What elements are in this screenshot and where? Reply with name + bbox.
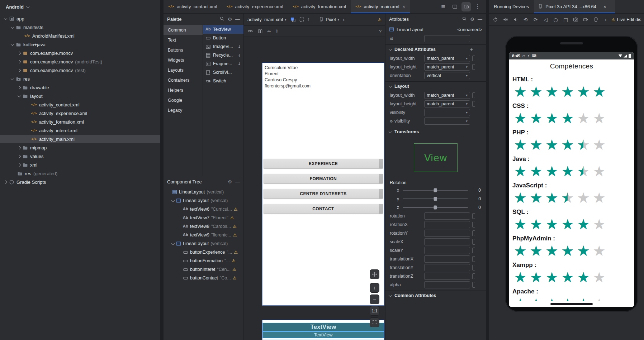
attribute-input-rotationx[interactable] <box>424 221 470 228</box>
component-tree-item-textview9[interactable]: AbtextView9"florentc...⚠ <box>164 231 243 239</box>
rating-bar[interactable]: ★★★★★★★★★★★★ <box>512 269 608 285</box>
rating-bar[interactable]: ★★★★★★★★★★★★ <box>512 190 608 206</box>
pick-resource-button[interactable] <box>472 273 475 279</box>
component-tree-item-textview7[interactable]: AbtextView7"Florent"⚠ <box>164 214 243 222</box>
tree-item-activity-formation-xml[interactable]: </>activity_formation.xml <box>0 118 160 126</box>
palette-category-google[interactable]: Google <box>164 95 203 105</box>
palette-category-containers[interactable]: Containers <box>164 75 203 85</box>
tab-activity-experience-xml[interactable]: </>activity_experience.xml <box>222 0 288 13</box>
rating-bar[interactable]: ★★★★★★★★★★★★ <box>512 84 608 100</box>
component-tree-item-buttoninteret[interactable]: buttonInteret"Cen...⚠ <box>164 265 243 274</box>
component-tree-item-buttonformation[interactable]: buttonFormation"...⚠ <box>164 257 243 265</box>
zoom-fit-button[interactable] <box>370 317 379 327</box>
hide-panel-icon[interactable]: — <box>235 16 240 22</box>
design-textview[interactable]: TextView <box>262 331 384 338</box>
zoom-out-button[interactable]: − <box>370 294 379 304</box>
attribute-input-translationx[interactable] <box>424 255 470 263</box>
component-tree-item-textview6[interactable]: AbtextView6"Curricul...⚠ <box>164 205 243 214</box>
tree-item-drawable[interactable]: drawable <box>0 83 160 92</box>
tree-item-com-example-moncv[interactable]: com.example.moncv <box>0 49 160 57</box>
screen-record-button[interactable] <box>581 15 590 24</box>
component-tree-item-textview8[interactable]: AbtextView8"Cardos...⚠ <box>164 222 243 231</box>
tree-item-activity-interet-xml[interactable]: </>activity_interet.xml <box>0 126 160 135</box>
design-button-experience[interactable]: EXPERIENCE <box>264 159 383 168</box>
chevron-down-icon[interactable] <box>171 198 175 202</box>
chevron-down-icon[interactable] <box>11 42 14 46</box>
tree-item-layout[interactable]: layout <box>0 92 160 100</box>
more-vertical-button[interactable]: ⋮ <box>473 2 482 11</box>
palette-category-common[interactable]: Common <box>164 25 203 35</box>
component-tree-item-linearlayout[interactable]: LinearLayout(vertical) <box>164 239 243 248</box>
emulator-screen[interactable]: 8:45 ◷ ⚡ ⌨ Compétences HTML :★★★★★★★★★★★… <box>509 52 634 307</box>
split-editor-button[interactable] <box>450 2 459 11</box>
pick-resource-button[interactable] <box>472 230 475 236</box>
tree-item-manifests[interactable]: manifests <box>0 23 160 32</box>
palette-item-recycle[interactable]: Recycle...↓ <box>203 51 243 59</box>
rating-bar[interactable]: ★★★★★★★★★★★★ <box>512 243 608 259</box>
attribute-dropdown-layout-height[interactable]: match_parent▾ <box>424 100 470 107</box>
close-icon[interactable]: × <box>599 4 611 9</box>
hide-panel-icon[interactable]: — <box>235 179 240 185</box>
tree-item-androidmanifest-xml[interactable]: </>AndroidManifest.xml <box>0 32 160 40</box>
palette-category-widgets[interactable]: Widgets <box>164 55 203 65</box>
v-arrows-button[interactable]: ↕ <box>275 29 279 33</box>
design-canvas[interactable]: Curriculum VitaeFlorentCardoso Crespyflo… <box>244 37 385 340</box>
gear-icon[interactable]: ⚙ <box>228 179 232 185</box>
tab-activity-contact-xml[interactable]: </>activity_contact.xml <box>164 0 222 13</box>
back-button[interactable]: ◁ <box>541 15 550 24</box>
palette-category-helpers[interactable]: Helpers <box>164 85 203 95</box>
attribute-input-alpha[interactable] <box>424 281 470 288</box>
chevron-right-icon[interactable] <box>18 86 21 89</box>
design-textview[interactable]: Cardoso Crespy <box>265 77 311 83</box>
tree-item-res[interactable]: res <box>0 75 160 83</box>
tree-item-res-generated[interactable]: res(generated) <box>0 169 160 178</box>
tree-item-gradle-scripts[interactable]: Gradle Scripts <box>0 178 160 186</box>
section-common-attributes[interactable]: Common Attributes <box>385 291 486 300</box>
slider-thumb[interactable] <box>434 197 437 201</box>
screenshot-button[interactable] <box>571 15 580 24</box>
attribute-dropdown-layout-width[interactable]: match_parent▾ <box>424 92 470 99</box>
chevron-right-icon[interactable] <box>18 60 21 63</box>
design-surface-button[interactable] <box>290 17 296 23</box>
blueprint-button[interactable] <box>299 17 304 22</box>
gear-icon[interactable]: ⚙ <box>228 16 232 22</box>
hide-panel-icon[interactable]: — <box>478 16 482 22</box>
design-preview-next[interactable]: TextViewTextView <box>262 320 384 340</box>
live-edit-status[interactable]: ⚠Live Edit dis <box>611 17 644 22</box>
slider-track[interactable] <box>403 190 468 191</box>
palette-item-imagevi[interactable]: ImageVi...↓ <box>203 42 243 51</box>
slider-track[interactable] <box>403 207 468 208</box>
pick-resource-button[interactable] <box>472 282 475 288</box>
attribute-input-scalex[interactable] <box>424 238 470 245</box>
component-tree-item-linearlayout[interactable]: LinearLayout(vertical) <box>164 188 243 196</box>
design-textview[interactable]: Florent <box>265 71 311 77</box>
slider-thumb[interactable] <box>434 206 437 210</box>
component-tree-item-buttonexperience[interactable]: buttonExperience"...⚠ <box>164 248 243 257</box>
pick-resource-button[interactable] <box>472 256 475 262</box>
component-tree-item-linearlayout[interactable]: LinearLayout(vertical) <box>164 196 243 205</box>
power-button[interactable] <box>491 15 500 24</box>
pick-resource-button[interactable] <box>472 92 475 98</box>
chevron-right-icon[interactable] <box>18 68 21 72</box>
section-transforms[interactable]: Transforms <box>385 127 486 137</box>
attribute-input-rotation[interactable] <box>424 212 470 220</box>
attribute-dropdown-visibility[interactable]: ▾ <box>424 109 470 116</box>
section-declared-attributes[interactable]: Declared Attributes+— <box>385 44 486 54</box>
tree-item-com-example-moncv-test[interactable]: com.example.moncv(test) <box>0 66 160 75</box>
volume-down-button[interactable] <box>511 15 520 24</box>
design-button-centre-d-interets[interactable]: CENTRE D'INTERETS <box>264 189 383 198</box>
palette-item-switch[interactable]: Switch <box>203 77 243 85</box>
zoom-reset-button[interactable]: 1:1 <box>370 306 379 316</box>
pan-button[interactable] <box>370 269 379 279</box>
palette-category-text[interactable]: Text <box>164 35 203 45</box>
attribute-dropdown-layout-height[interactable]: match_parent▾ <box>424 63 470 71</box>
chevron-down-icon[interactable] <box>4 16 8 20</box>
pick-resource-button[interactable] <box>472 239 475 245</box>
home-button[interactable]: ○ <box>551 15 560 24</box>
palette-category-buttons[interactable]: Buttons <box>164 45 203 55</box>
palette-item-button[interactable]: Button <box>203 34 243 42</box>
chevron-right-button[interactable]: › <box>601 15 610 24</box>
design-device-selector[interactable]: Pixel ▾ <box>319 16 339 23</box>
close-tab-button[interactable]: × <box>403 4 406 9</box>
tree-item-mipmap[interactable]: mipmap <box>0 143 160 152</box>
